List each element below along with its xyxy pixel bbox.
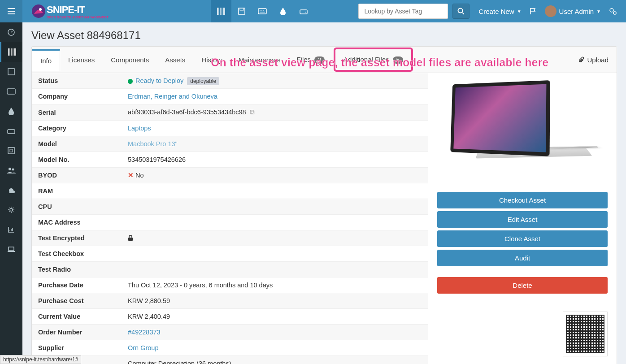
paperclip-icon	[578, 56, 584, 63]
gears-icon	[609, 8, 617, 15]
upload-button[interactable]: Upload	[570, 50, 617, 70]
hamburger-icon	[8, 8, 15, 14]
svg-point-18	[10, 208, 13, 211]
label-current-value: Current Value	[38, 313, 128, 320]
nav-licenses-icon[interactable]	[231, 0, 252, 22]
asset-image[interactable]	[437, 80, 608, 183]
status-pill: deployable	[187, 77, 219, 85]
settings-icon[interactable]	[609, 8, 617, 15]
sidebar-requestable[interactable]	[0, 239, 22, 259]
sidebar-consumables[interactable]	[0, 101, 22, 121]
tab-assets[interactable]: Assets	[157, 50, 193, 70]
logo-icon	[30, 3, 47, 19]
label-serial: Serial	[38, 109, 128, 116]
model-link[interactable]: Macbook Pro 13"	[128, 140, 178, 147]
sidebar-dashboard[interactable]	[0, 22, 22, 42]
tab-info[interactable]: Info	[32, 49, 60, 71]
search-button[interactable]	[452, 4, 470, 19]
status-dot-icon	[128, 79, 133, 84]
svg-rect-19	[9, 247, 14, 251]
label-encrypted: Test Encrypted	[38, 234, 128, 242]
topbar: SNIPE-IT OPEN SOURCE ASSET MANAGEMENT Cr…	[0, 0, 626, 22]
value-serial: abf93033-af6d-3a6f-bdc6-93553434bc98 ⧉	[128, 108, 422, 116]
right-column: Checkout Asset Edit Asset Clone Asset Au…	[428, 73, 617, 364]
svg-rect-20	[128, 238, 133, 241]
top-icons	[121, 0, 314, 22]
nav-accessories-icon[interactable]	[252, 0, 273, 22]
label-category: Category	[38, 125, 128, 132]
sidebar-licenses[interactable]	[0, 62, 22, 82]
tab-components[interactable]: Components	[103, 50, 157, 70]
category-link[interactable]: Laptops	[128, 125, 151, 132]
object-icon	[8, 147, 15, 154]
supplier-link[interactable]: Orn Group	[128, 344, 159, 351]
svg-rect-2	[239, 8, 245, 14]
sidebar	[0, 22, 22, 364]
drop-icon	[280, 7, 286, 15]
save-icon	[238, 8, 245, 15]
qr-code[interactable]	[563, 312, 608, 356]
value-purchase-date: Thu Oct 12, 2023 - 0 years, 6 months and…	[128, 282, 422, 289]
label-cpu: CPU	[38, 203, 128, 210]
drop-icon	[8, 107, 14, 115]
value-purchase-cost: KRW 2,880.59	[128, 297, 422, 304]
menu-toggle[interactable]	[0, 0, 22, 22]
sidebar-predefined[interactable]	[0, 141, 22, 160]
value-status: Ready to Deploy deployable	[128, 77, 422, 84]
checkout-button[interactable]: Checkout Asset	[437, 192, 608, 208]
laptop-icon	[7, 246, 15, 252]
sidebar-settings[interactable]	[0, 200, 22, 220]
nav-consumables-icon[interactable]	[273, 0, 293, 22]
label-order: Order Number	[38, 329, 128, 336]
clone-button[interactable]: Clone Asset	[437, 230, 608, 247]
label-supplier: Supplier	[38, 344, 128, 351]
svg-point-16	[9, 168, 11, 170]
keyboard-icon	[7, 88, 16, 95]
chart-icon	[8, 226, 15, 233]
create-new-menu[interactable]: Create New ▼	[478, 8, 521, 15]
sidebar-components[interactable]	[0, 121, 22, 141]
nav-assets-icon[interactable]	[211, 0, 231, 22]
svg-point-6	[305, 12, 306, 13]
svg-rect-11	[8, 69, 14, 75]
svg-point-8	[610, 9, 613, 12]
audit-button[interactable]: Audit	[437, 250, 608, 266]
svg-point-7	[458, 9, 463, 13]
sidebar-people[interactable]	[0, 160, 22, 180]
svg-rect-13	[8, 130, 15, 134]
label-mac: MAC Address	[38, 219, 128, 226]
sidebar-reports[interactable]	[0, 220, 22, 239]
flag-icon[interactable]	[530, 8, 537, 15]
search-icon	[457, 8, 465, 15]
gear-icon	[8, 206, 15, 213]
value-current-value: KRW 2,400.49	[128, 313, 422, 320]
order-link[interactable]: #49228373	[128, 329, 161, 336]
cloud-icon	[7, 187, 16, 193]
user-menu[interactable]: User Admin ▼	[545, 5, 601, 17]
edit-button[interactable]: Edit Asset	[437, 211, 608, 228]
hdd-icon	[7, 128, 15, 134]
copy-icon[interactable]: ⧉	[250, 108, 255, 116]
sidebar-accessories[interactable]	[0, 82, 22, 101]
company-link[interactable]: Erdman, Reinger and Okuneva	[128, 93, 217, 100]
lock-icon	[128, 235, 133, 241]
logo[interactable]: SNIPE-IT OPEN SOURCE ASSET MANAGEMENT	[30, 2, 109, 20]
svg-point-17	[12, 169, 14, 171]
svg-rect-12	[7, 89, 15, 94]
search-wrap	[358, 4, 470, 19]
label-company: Company	[38, 93, 128, 100]
svg-rect-4	[258, 9, 266, 14]
barcode-icon	[217, 8, 225, 15]
asset-panel: Info Licenses Components Assets History …	[31, 46, 617, 364]
search-input[interactable]	[358, 4, 448, 19]
status-link[interactable]: Ready to Deploy	[135, 77, 183, 84]
save-icon	[8, 68, 15, 75]
status-bar-url: https://snipe-it.test/hardware/1#	[0, 355, 81, 364]
sidebar-assets[interactable]	[0, 42, 22, 62]
sidebar-import[interactable]	[0, 180, 22, 200]
nav-components-icon[interactable]	[293, 0, 314, 22]
delete-button[interactable]: Delete	[437, 277, 608, 294]
label-byod: BYOD	[38, 172, 128, 179]
tab-licenses[interactable]: Licenses	[60, 50, 103, 70]
label-modelno: Model No.	[38, 156, 128, 163]
